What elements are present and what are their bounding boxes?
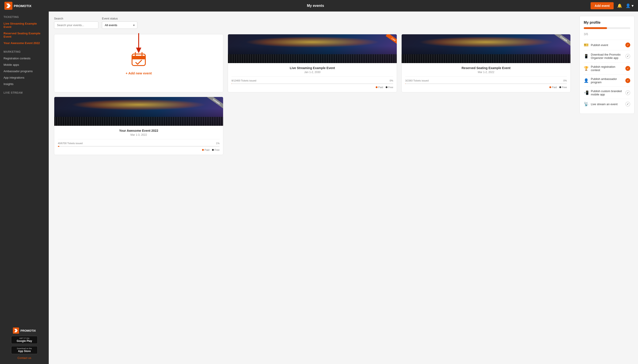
- publish-contest-label: Publish registration contest: [591, 65, 623, 72]
- sidebar-item-ambassador-programs[interactable]: Ambassador programs: [0, 68, 49, 74]
- legend-paid-live-streaming: Paid: [376, 86, 383, 88]
- sidebar-section-title-marketing: Marketing: [0, 46, 49, 55]
- publish-event-check: ✓: [625, 42, 630, 48]
- legend-paid-reserved-seating: Paid: [549, 86, 557, 88]
- publish-mobile-app-label: Publish custom branded mobile app: [591, 90, 623, 96]
- sidebar-section-title-livestream: Live stream: [0, 87, 49, 96]
- publish-ambassador-check: ✓: [625, 78, 630, 83]
- event-title-live-streaming: Live Streaming Example Event: [232, 66, 393, 70]
- google-play-label: GET IT ON: [14, 337, 35, 340]
- download-app-check: ✓: [625, 54, 630, 59]
- add-event-button[interactable]: Add event: [590, 2, 614, 9]
- event-date-awesome-event: Mar 1-3, 2022: [58, 133, 220, 136]
- profile-item-publish-ambassador[interactable]: 👤 Publish ambassador program ✓: [584, 74, 630, 86]
- sidebar-item-mobile-apps[interactable]: Mobile apps: [0, 62, 49, 68]
- event-title-awesome-event: Your Awesome Event 2022: [58, 129, 220, 132]
- sidebar-item-app-integrations[interactable]: App integrations: [0, 74, 49, 81]
- sidebar-section-title-ticketing: Ticketing: [0, 12, 49, 20]
- live-stream-label: Live stream an event: [591, 102, 623, 106]
- events-grid: + Add new event Live Live Streaming Exam…: [54, 34, 571, 155]
- tickets-issued-reserved-seating: 3/2383 Tickets issued: [405, 79, 429, 82]
- google-play-badge[interactable]: GET IT ON Google Play: [11, 336, 38, 344]
- red-arrow-annotation: [132, 32, 145, 54]
- profile-item-publish-event[interactable]: 🎫 Publish event ✓: [584, 40, 630, 50]
- event-card-awesome-event[interactable]: Comple... Your Awesome Event 2022 Mar 1-…: [54, 97, 223, 155]
- profile-item-download-app[interactable]: 📱 Download the Promotix Organizer mobile…: [584, 50, 630, 62]
- sidebar-section-livestream: Live stream: [0, 87, 49, 96]
- profile-title: My profile: [584, 20, 630, 24]
- sidebar-item-awesome-event[interactable]: Your Awesome Event 2022: [0, 40, 49, 46]
- sidebar-item-reserved-seating[interactable]: Reserved Seating Example Event: [0, 30, 49, 40]
- google-play-title: Google Play: [14, 340, 35, 342]
- legend-free-reserved-seating: Free: [559, 86, 567, 88]
- user-icon[interactable]: 👤 ▾: [625, 3, 633, 8]
- legend-row-live-streaming: Paid Free: [232, 86, 393, 88]
- event-image-reserved-seating: [402, 34, 570, 63]
- event-card-body-awesome-event: Your Awesome Event 2022 Mar 1-3, 2022 40…: [54, 126, 223, 155]
- sidebar: Ticketing Live Streaming Example Event R…: [0, 12, 49, 364]
- svg-marker-5: [136, 48, 141, 53]
- sidebar-item-registration-contests[interactable]: Registration contests: [0, 55, 49, 62]
- sidebar-item-insights[interactable]: Insights: [0, 81, 49, 87]
- event-title-reserved-seating: Reserved Seating Example Event: [405, 66, 567, 70]
- event-date-reserved-seating: Mar 1-2, 2022: [405, 71, 567, 74]
- search-filter-group: Search: [54, 17, 98, 29]
- app-store-label: Download on the: [14, 348, 35, 350]
- profile-progress-bar: [584, 27, 630, 29]
- status-select-wrapper: All events Live Completed Draft ▼: [102, 22, 137, 29]
- sidebar-logo-text: PROMOTIX: [20, 329, 36, 332]
- content-area: Search Event status All events Live Comp…: [49, 12, 576, 364]
- legend-paid-awesome-event: Paid: [202, 148, 209, 151]
- svg-rect-6: [132, 54, 145, 66]
- event-image-awesome-event: [54, 97, 223, 126]
- bell-icon[interactable]: 🔔: [617, 3, 622, 8]
- logo[interactable]: PROMOTIX: [5, 2, 32, 10]
- tickets-percent-live-streaming: 0%: [390, 79, 393, 82]
- search-input[interactable]: [54, 22, 98, 29]
- legend-row-reserved-seating: Paid Free: [405, 86, 567, 88]
- tickets-row-live-streaming: 8/13400 Tickets issued 0%: [232, 79, 393, 82]
- publish-mobile-app-icon: 📲: [584, 90, 588, 95]
- app-store-badge[interactable]: Download on the App Store: [11, 346, 38, 354]
- event-card-live-streaming[interactable]: Live Live Streaming Example Event Jan 1-…: [228, 34, 397, 92]
- app-store-title: App Store: [14, 350, 35, 353]
- live-stream-icon: 📡: [584, 102, 588, 106]
- status-select[interactable]: All events Live Completed Draft: [102, 22, 137, 29]
- tickets-bar-fill-awesome-event: [58, 146, 59, 147]
- event-card-reserved-seating[interactable]: Comple... Reserved Seating Example Event…: [401, 34, 571, 92]
- tickets-issued-awesome-event: 40/6700 Tickets issued: [58, 142, 83, 144]
- sidebar-section-ticketing: Ticketing Live Streaming Example Event R…: [0, 12, 49, 46]
- event-card-body-reserved-seating: Reserved Seating Example Event Mar 1-2, …: [402, 63, 570, 92]
- tickets-issued-live-streaming: 8/13400 Tickets issued: [232, 79, 256, 82]
- profile-item-publish-contest[interactable]: 🏆 Publish registration contest ✓: [584, 62, 630, 74]
- contact-us-link[interactable]: Contact us: [18, 356, 31, 360]
- profile-score-max: /6: [585, 32, 588, 36]
- sidebar-item-live-streaming[interactable]: Live Streaming Example Event: [0, 20, 49, 30]
- topnav: PROMOTIX My events Add event 🔔 👤 ▾: [0, 0, 638, 12]
- add-event-label[interactable]: + Add new event: [126, 71, 152, 75]
- publish-mobile-app-check: ✓: [625, 90, 630, 95]
- profile-item-live-stream[interactable]: 📡 Live stream an event ✓: [584, 99, 630, 109]
- profile-item-publish-mobile-app[interactable]: 📲 Publish custom branded mobile app ✓: [584, 86, 630, 99]
- page-title: My events: [307, 4, 324, 8]
- publish-event-label: Publish event: [591, 44, 623, 47]
- sidebar-promotix-logo: PROMOTIX: [13, 328, 36, 334]
- event-card-body-live-streaming: Live Streaming Example Event Jan 1-2, 20…: [228, 63, 397, 92]
- tickets-bar-reserved-seating: [405, 83, 567, 84]
- event-image-live-streaming: [228, 34, 397, 63]
- promotix-logo-icon: [5, 2, 13, 10]
- add-event-card[interactable]: + Add new event: [54, 34, 223, 92]
- publish-ambassador-icon: 👤: [584, 78, 588, 83]
- publish-event-icon: 🎫: [584, 42, 588, 48]
- publish-contest-check: ✓: [625, 66, 630, 71]
- profile-panel: My profile 3/6 🎫 Publish event ✓ 📱 Downl…: [576, 12, 638, 364]
- event-date-live-streaming: Jan 1-2, 2030: [232, 71, 393, 74]
- topnav-right: Add event 🔔 👤 ▾: [590, 2, 633, 9]
- tickets-bar-live-streaming: [232, 83, 393, 84]
- search-label: Search: [54, 17, 98, 20]
- profile-card: My profile 3/6 🎫 Publish event ✓ 📱 Downl…: [579, 16, 634, 114]
- legend-row-awesome-event: Paid Free: [58, 148, 220, 151]
- download-app-label: Download the Promotix Organizer mobile a…: [591, 53, 623, 60]
- status-label: Event status: [102, 17, 137, 20]
- sidebar-footer: PROMOTIX GET IT ON Google Play Download …: [0, 323, 49, 364]
